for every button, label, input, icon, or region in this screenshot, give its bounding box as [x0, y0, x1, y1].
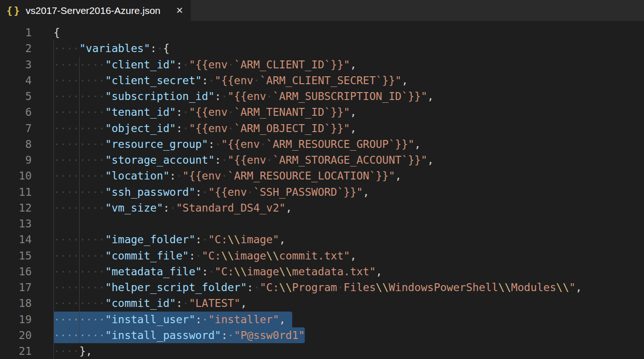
code-text: ········"install_user":·"installer", [54, 313, 286, 326]
code-line[interactable]: 17········"helper_script_folder":·"C:\\P… [0, 279, 644, 295]
line-number: 14 [0, 232, 32, 247]
line-number: 19 [0, 312, 32, 327]
tab-filename: vs2017-Server2016-Azure.json [26, 5, 161, 16]
line-number: 3 [0, 57, 32, 73]
tab-close-icon[interactable]: ✕ [176, 6, 183, 15]
code-text: { [54, 27, 60, 39]
code-text: ········"location":·"{{env·`ARM_RESOURCE… [54, 170, 402, 182]
line-number: 21 [0, 343, 32, 359]
code-line[interactable]: 21····}, [0, 343, 644, 359]
code-text: ········"tenant_id":·"{{env·`ARM_TENANT_… [54, 106, 356, 118]
code-line[interactable]: 11········"ssh_password":·"{{env·`SSH_PA… [0, 184, 644, 200]
code-line[interactable]: 13 [0, 216, 644, 232]
code-text: ········"ssh_password":·"{{env·`SSH_PASS… [54, 186, 369, 198]
line-number: 10 [0, 168, 32, 184]
line-number: 15 [0, 248, 32, 264]
code-text: ········"install_password":·"P@ssw0rd1" [54, 329, 305, 341]
line-number: 6 [0, 104, 32, 120]
line-number: 16 [0, 264, 32, 279]
line-number: 2 [0, 40, 32, 56]
code-text: ········"resource_group":·"{{env·`ARM_RE… [54, 138, 421, 150]
indent-guide [54, 216, 54, 232]
code-text: ········"subscription_id":·"{{env·`ARM_S… [54, 90, 434, 102]
tab-bar: {} vs2017-Server2016-Azure.json ✕ [0, 0, 644, 21]
code-text: ········"client_id":·"{{env·`ARM_CLIENT_… [54, 59, 356, 71]
code-line[interactable]: 10········"location":·"{{env·`ARM_RESOUR… [0, 168, 644, 184]
code-line[interactable]: 15········"commit_file":·"C:\\image\\com… [0, 248, 644, 264]
code-text: ········"commit_file":·"C:\\image\\commi… [54, 250, 356, 262]
code-text: ····"variables":·{ [54, 42, 169, 54]
code-line[interactable]: 2····"variables":·{ [0, 40, 644, 56]
line-number: 17 [0, 279, 32, 295]
line-number: 9 [0, 152, 32, 168]
code-text: ········"image_folder":·"C:\\image", [54, 233, 286, 246]
code-text: ········"client_secret":·"{{env·`ARM_CLI… [54, 74, 408, 86]
code-line[interactable]: 6········"tenant_id":·"{{env·`ARM_TENANT… [0, 104, 644, 120]
code-editor[interactable]: 1{2····"variables":·{3········"client_id… [0, 21, 644, 359]
code-line[interactable]: 16········"metadata_file":·"C:\\image\\m… [0, 264, 644, 279]
code-line[interactable]: 18········"commit_id":·"LATEST", [0, 295, 644, 311]
code-text: ········"vm_size":·"Standard_DS4_v2", [54, 202, 292, 214]
code-text: ····}, [54, 345, 92, 357]
line-number: 13 [0, 216, 32, 232]
line-number: 20 [0, 327, 32, 343]
code-line[interactable]: 9········"storage_account":·"{{env·`ARM_… [0, 152, 644, 168]
code-line[interactable]: 14········"image_folder":·"C:\\image", [0, 232, 644, 247]
json-file-icon: {} [7, 5, 21, 16]
line-number: 4 [0, 73, 32, 88]
code-text: ········"commit_id":·"LATEST", [54, 297, 247, 309]
code-line[interactable]: 8········"resource_group":·"{{env·`ARM_R… [0, 136, 644, 152]
line-number: 7 [0, 120, 32, 136]
indent-guide [79, 216, 80, 232]
code-text: ········"storage_account":·"{{env·`ARM_S… [54, 154, 434, 166]
code-line[interactable]: 3········"client_id":·"{{env·`ARM_CLIENT… [0, 57, 644, 73]
line-number: 8 [0, 136, 32, 152]
code-line[interactable]: 19········"install_user":·"installer", [0, 312, 644, 327]
code-line[interactable]: 5········"subscription_id":·"{{env·`ARM_… [0, 88, 644, 104]
code-line[interactable]: 7········"object_id":·"{{env·`ARM_OBJECT… [0, 120, 644, 136]
code-line[interactable]: 1{ [0, 25, 644, 40]
tab-vs2017-server2016-azure-json[interactable]: {} vs2017-Server2016-Azure.json ✕ [0, 0, 191, 21]
code-line[interactable]: 20········"install_password":·"P@ssw0rd1… [0, 327, 644, 343]
code-text: ········"helper_script_folder":·"C:\\Pro… [54, 281, 582, 293]
code-text: ········"metadata_file":·"C:\\image\\met… [54, 266, 382, 278]
code-line[interactable]: 4········"client_secret":·"{{env·`ARM_CL… [0, 73, 644, 88]
line-number: 12 [0, 200, 32, 216]
line-number: 1 [0, 25, 32, 40]
line-number: 11 [0, 184, 32, 200]
line-number: 18 [0, 295, 32, 311]
code-text: ········"object_id":·"{{env·`ARM_OBJECT_… [54, 122, 356, 134]
line-number: 5 [0, 88, 32, 104]
code-line[interactable]: 12········"vm_size":·"Standard_DS4_v2", [0, 200, 644, 216]
